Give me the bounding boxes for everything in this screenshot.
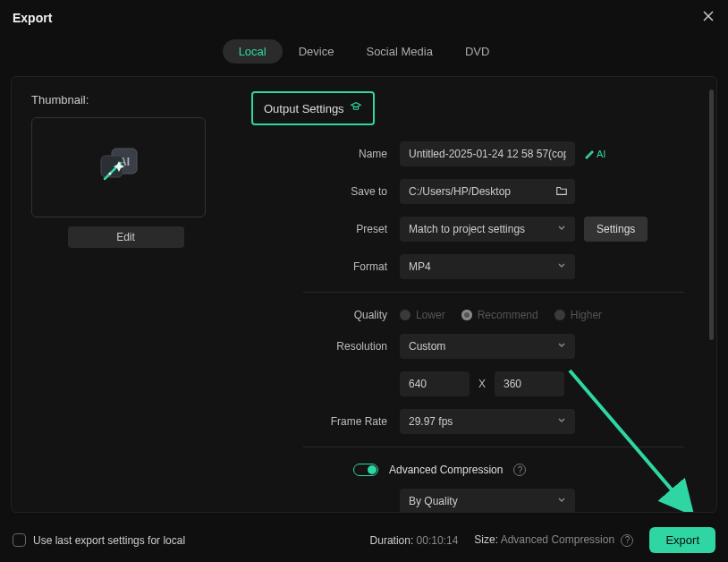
saveto-label: Save to: [303, 185, 400, 198]
divider: [303, 292, 684, 293]
resolution-value: Custom: [409, 340, 445, 353]
advanced-compression-toggle[interactable]: [353, 464, 378, 476]
use-last-settings-label: Use last export settings for local: [33, 534, 185, 547]
window-title: Export: [13, 11, 52, 25]
compression-mode-select[interactable]: By Quality: [400, 489, 575, 513]
preset-label: Preset: [303, 223, 400, 235]
scrollbar[interactable]: [709, 89, 714, 340]
name-label: Name: [303, 148, 400, 160]
export-button[interactable]: Export: [649, 527, 715, 553]
graduation-cap-icon[interactable]: [350, 100, 362, 116]
compression-mode-value: By Quality: [409, 495, 458, 507]
settings-button[interactable]: Settings: [584, 217, 648, 242]
tab-local[interactable]: Local: [223, 39, 283, 64]
saveto-value: C:/Users/HP/Desktop: [409, 185, 511, 198]
advanced-compression-label: Advanced Compression: [389, 464, 503, 476]
tab-bar: Local Device Social Media DVD: [0, 39, 728, 64]
chevron-down-icon: [557, 223, 566, 235]
preset-select[interactable]: Match to project settings: [400, 217, 575, 242]
resolution-label: Resolution: [303, 340, 400, 353]
quality-recommend-radio[interactable]: Recommend: [461, 309, 538, 321]
resolution-x-label: X: [478, 378, 486, 390]
help-icon[interactable]: ?: [513, 464, 526, 476]
tab-social-media[interactable]: Social Media: [350, 39, 448, 64]
format-select[interactable]: MP4: [400, 254, 575, 279]
chevron-down-icon: [557, 340, 566, 353]
ai-rename-icon[interactable]: AI: [584, 149, 605, 159]
output-settings-header: Output Settings: [251, 91, 375, 125]
chevron-down-icon: [557, 415, 566, 428]
quality-higher-radio[interactable]: Higher: [554, 309, 602, 321]
duration-display: Duration: 00:10:14: [370, 534, 459, 547]
use-last-settings-checkbox[interactable]: [13, 533, 26, 547]
size-display: Size: Advanced Compression ?: [474, 533, 633, 547]
format-value: MP4: [409, 260, 431, 273]
chevron-down-icon: [557, 260, 566, 273]
thumbnail-preview[interactable]: AI: [31, 117, 206, 217]
resolution-select[interactable]: Custom: [400, 334, 575, 359]
format-label: Format: [303, 260, 400, 273]
quality-label: Quality: [303, 309, 400, 321]
help-icon[interactable]: ?: [621, 534, 633, 547]
chevron-down-icon: [557, 495, 566, 507]
output-settings-title: Output Settings: [264, 102, 344, 115]
saveto-field[interactable]: C:/Users/HP/Desktop: [400, 179, 575, 204]
ai-wand-icon: AI: [92, 143, 146, 192]
svg-point-6: [108, 173, 111, 175]
framerate-value: 29.97 fps: [409, 415, 453, 428]
close-icon[interactable]: [701, 9, 715, 27]
divider: [303, 447, 684, 447]
framerate-label: Frame Rate: [303, 415, 400, 428]
preset-value: Match to project settings: [409, 223, 525, 235]
quality-lower-radio[interactable]: Lower: [400, 309, 445, 321]
thumbnail-label: Thumbnail:: [31, 93, 220, 106]
framerate-select[interactable]: 29.97 fps: [400, 409, 575, 434]
tab-device[interactable]: Device: [283, 39, 351, 64]
resolution-width-input[interactable]: [400, 371, 470, 396]
folder-icon[interactable]: [555, 184, 568, 200]
name-input[interactable]: [400, 141, 575, 166]
tab-dvd[interactable]: DVD: [449, 39, 505, 64]
resolution-height-input[interactable]: [495, 371, 564, 396]
edit-thumbnail-button[interactable]: Edit: [68, 226, 184, 248]
